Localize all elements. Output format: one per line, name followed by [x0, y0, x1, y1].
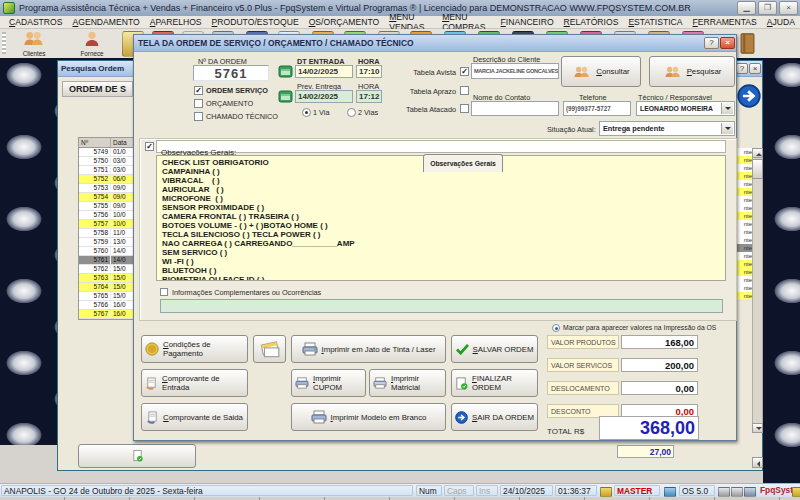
salvar-ordem-button[interactable]: SALVAR ORDEM: [451, 335, 538, 363]
print-values-label: Marcar para aparecer valores na Impressã…: [563, 324, 716, 331]
valor-servicos-label: VALOR SERVICOS: [547, 358, 619, 372]
imprimir-matricial-button[interactable]: Imprimir Matricial: [369, 369, 446, 397]
scroll-left-button[interactable]: [752, 457, 763, 468]
menu-agendamento[interactable]: AGENDAMENTO: [73, 17, 140, 27]
receipt-out-icon: [146, 411, 159, 424]
menu-ajuda[interactable]: AJUDA: [767, 17, 795, 27]
tab-observacoes-gerais[interactable]: Observações Gerais: [423, 154, 503, 172]
calendar-icon[interactable]: [278, 89, 293, 107]
dt-entrada-field[interactable]: 14/02/2025: [295, 65, 353, 78]
document-check-icon: [455, 377, 468, 390]
hora-entrada-field[interactable]: 17:10: [356, 65, 382, 78]
dialog-close-button[interactable]: ×: [720, 37, 735, 49]
search-header: ORDEM DE S: [62, 81, 133, 97]
scroll-up-button[interactable]: [752, 148, 763, 158]
close-button[interactable]: ×: [779, 1, 798, 15]
tabela-aprazo-checkbox[interactable]: [460, 86, 469, 95]
people-icon: [572, 65, 592, 79]
observacoes-label-strip: Observações Gerais:: [156, 140, 726, 153]
comprovante-saida-button[interactable]: Comprovante de Saida: [141, 403, 248, 431]
help-book-icon[interactable]: [740, 32, 755, 59]
app-logo-icon: [3, 2, 15, 14]
network-icon: [664, 487, 676, 497]
menu-produto-estoque[interactable]: PRODUTO/ESTOQUE: [212, 17, 299, 27]
tabela-avista-label: Tabela Avista: [396, 68, 456, 77]
menu-os-orcamento[interactable]: OS/ORÇAMENTO: [309, 17, 380, 27]
client-field[interactable]: MARCIA JACKELINE GONCALVES DA SILVA BE: [471, 63, 559, 79]
technician-combo[interactable]: LEONARDO MOREIRA: [636, 101, 735, 116]
pesquisar-button[interactable]: Pesquisar: [649, 56, 735, 87]
menu-bar: CADASTROS AGENDAMENTO APARELHOS PRODUTO/…: [0, 16, 800, 29]
tabela-atacado-checkbox[interactable]: [460, 104, 469, 113]
situacao-combo[interactable]: Entrega pendente: [599, 121, 735, 136]
printer-icon: [311, 410, 327, 424]
observacoes-checkbox[interactable]: [145, 142, 154, 151]
deslocamento-field: 0,00: [621, 381, 698, 395]
scrollbar-thumb[interactable]: [752, 159, 763, 179]
complementares-field[interactable]: [160, 299, 723, 313]
scrollbar-track[interactable]: [752, 148, 763, 433]
finalizar-ordem-button[interactable]: FINALIZAR ORDEM: [451, 369, 538, 397]
orcamento-checkbox[interactable]: [194, 99, 203, 108]
search-refresh-button[interactable]: [78, 444, 196, 468]
monitor-icon: [744, 487, 756, 497]
imprimir-cupom-button[interactable]: Imprimir CUPOM: [291, 369, 366, 397]
situacao-label: Situação Atual:: [547, 125, 596, 134]
people-search-icon: [663, 65, 683, 79]
status-bar: ANAPOLIS - GO 24 de Outubro de 2025 - Se…: [0, 483, 800, 498]
contact-field[interactable]: [471, 101, 559, 116]
menu-ferramentas[interactable]: FERRAMENTAS: [693, 17, 757, 27]
restore-button[interactable]: ❐: [758, 1, 777, 15]
consultar-button[interactable]: Consultar: [561, 56, 641, 87]
brand-icon: [792, 487, 800, 497]
menu-estatistica[interactable]: ESTATISTICA: [628, 17, 682, 27]
minimize-button[interactable]: ▁: [737, 1, 756, 15]
observacoes-textarea[interactable]: CHECK LIST OBRIGATORIO CAMPAINHA ( ) VIB…: [156, 155, 726, 281]
col-numero: Nº: [79, 138, 111, 147]
toolbar-clientes-button[interactable]: Clientes: [14, 30, 54, 57]
search-help-button[interactable]: ?: [736, 63, 748, 74]
tabela-avista-checkbox[interactable]: [460, 67, 469, 76]
complementares-checkbox[interactable]: [160, 288, 168, 296]
via1-radio[interactable]: [302, 108, 311, 117]
condicoes-pagamento-button[interactable]: Condições de Pagamento: [141, 335, 248, 363]
menu-aparelhos[interactable]: APARELHOS: [150, 17, 202, 27]
calendar-icon[interactable]: [278, 64, 293, 82]
comprovante-entrada-button[interactable]: Comprovante de Entrada: [141, 369, 248, 397]
toolbar-grip: [2, 32, 6, 54]
valor-produtos-label: VALOR PRODUTOS: [547, 335, 619, 349]
service-order-dialog: TELA DA ORDEM DE SERVIÇO / ORÇAMENTO / C…: [133, 34, 737, 441]
order-number-field[interactable]: 5761: [193, 65, 269, 81]
scroll-down-button[interactable]: [752, 423, 763, 433]
menu-cadastros[interactable]: CADASTROS: [9, 17, 63, 27]
printer-icon: [295, 377, 309, 389]
imprimir-modelo-branco-button[interactable]: Imprimir Modelo em Branco: [291, 403, 446, 431]
deslocamento-label: DESLOCAMENTO: [547, 381, 619, 395]
orcamento-label: ORÇAMENTO: [206, 99, 253, 108]
ordem-servico-label: ORDEM SERVIÇO: [206, 86, 268, 95]
menu-relatorios[interactable]: RELATÓRIOS: [564, 17, 619, 27]
ordem-servico-checkbox[interactable]: [194, 86, 203, 95]
total-label: TOTAL R$: [547, 427, 584, 436]
cards-button[interactable]: [253, 335, 286, 363]
chevron-down-icon[interactable]: [721, 103, 733, 114]
sair-ordem-button[interactable]: SAIR DA ORDEM: [451, 403, 538, 431]
search-close-button[interactable]: ×: [749, 63, 761, 74]
prev-entrega-field[interactable]: 14/02/2025: [295, 90, 353, 103]
toolbar-fornece-button[interactable]: Fornece: [72, 30, 112, 57]
phone-field[interactable]: (99)99377-5727: [563, 101, 631, 116]
dialog-help-button[interactable]: ?: [704, 37, 719, 49]
chevron-down-icon[interactable]: [721, 123, 733, 134]
via2-radio[interactable]: [347, 108, 356, 117]
go-arrow-button[interactable]: [737, 84, 761, 112]
search-window-title: Pesquisa Ordem: [61, 64, 124, 73]
tabela-atacado-label: Tabela Atacado: [396, 105, 456, 114]
hora-entrega-field[interactable]: 17:12: [356, 90, 382, 103]
dialog-titlebar[interactable]: TELA DA ORDEM DE SERVIÇO / ORÇAMENTO / C…: [134, 35, 736, 52]
imprimir-jato-button[interactable]: Imprimir em Jato de Tinta / Laser: [291, 335, 446, 363]
clients-icon: [21, 33, 47, 50]
print-values-radio[interactable]: [552, 324, 560, 332]
dialog-title: TELA DA ORDEM DE SERVIÇO / ORÇAMENTO / C…: [138, 38, 413, 48]
chamado-tecnico-checkbox[interactable]: [194, 112, 203, 121]
menu-financeiro[interactable]: FINANCEIRO: [501, 17, 554, 27]
